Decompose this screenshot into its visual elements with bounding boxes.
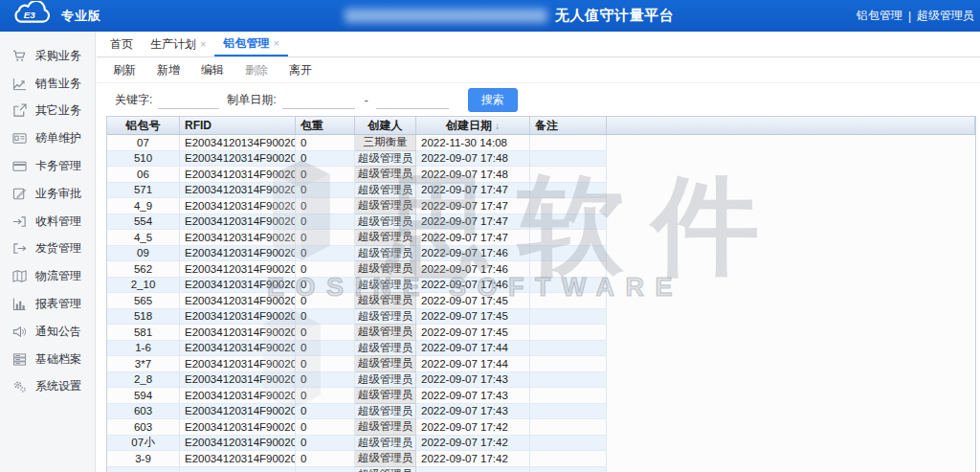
sidebar-item-label: 基础档案 [35,351,81,368]
table-row[interactable]: 超级管理员 [107,467,975,472]
toolbar-button[interactable]: 删除 [245,62,268,79]
column-header[interactable]: 铝包号 [107,117,180,134]
table-row[interactable]: 3*7E20034120314F900202205680超级管理员2022-09… [107,356,975,372]
cell-weight: 0 [296,325,355,341]
row-filler [607,278,975,294]
column-header[interactable]: 备注 [530,117,607,134]
row-filler [607,419,975,436]
date-to-input[interactable] [376,91,449,109]
table-row[interactable]: 06E20034120314F900202205040超级管理员2022-09-… [107,167,975,183]
table-row[interactable]: 603E20034120314F900202206030超级管理员2022-09… [107,419,975,436]
table-row[interactable]: 571E20034120314F900202205710超级管理员2022-09… [107,183,975,199]
cell-date: 2022-09-07 17:47 [416,183,530,199]
cell-weight: 0 [296,278,355,294]
cell-creator: 三期衡量 [355,135,416,151]
row-filler [607,388,975,404]
date-from-input[interactable] [282,91,355,109]
toolbar-button[interactable]: 编辑 [201,62,224,79]
table-row[interactable]: 603E20034120314F900202206030超级管理员2022-09… [107,404,975,420]
cell-note [530,388,607,404]
keyword-input[interactable] [158,91,219,109]
table-row[interactable]: 594E20034120314F900202205940超级管理员2022-09… [107,388,975,404]
table-row[interactable]: 565E20034120314F900202205650超级管理员2022-09… [107,293,975,309]
table-row[interactable]: 07E20034120134F900202200050三期衡量2022-11-3… [107,135,975,151]
column-header[interactable]: RFID [180,117,296,134]
table-row[interactable]: 4_5E20034120314F900202205150超级管理员2022-09… [107,230,975,246]
tab-item[interactable]: 生产计划× [142,32,214,56]
cell-rfid: E20034120314F90020220562 [180,261,296,278]
tab-item[interactable]: 铝包管理× [214,32,287,56]
cell-note [530,246,607,262]
table-row[interactable]: 581E20034120314F900202205810超级管理员2022-09… [107,325,975,341]
sidebar-item[interactable]: 其它业务 [0,98,95,125]
column-header[interactable]: 创建日期↓ [416,117,530,134]
sidebar-item[interactable]: 发货管理 [0,236,95,263]
table-row[interactable]: 09E20034120314F900202206020超级管理员2022-09-… [107,246,975,262]
cell-note [530,309,607,326]
close-icon[interactable]: × [273,37,278,49]
table-row[interactable]: 2_10E20034120314F900202205340超级管理员2022-0… [107,278,975,294]
cell-date: 2022-09-07 17:42 [416,436,530,452]
cell-creator: 超级管理员 [355,214,416,231]
search-button[interactable]: 搜索 [468,88,518,112]
table-row[interactable]: 07小E20034120314F900202205390超级管理员2022-09… [107,436,975,452]
sidebar-item[interactable]: 卡务管理 [0,152,95,180]
table-row[interactable]: 518E20034120314F900202205180超级管理员2022-09… [107,309,975,326]
toolbar-button[interactable]: 新增 [157,62,180,79]
table-row[interactable]: 4_9E20034120314F900202205120超级管理员2022-09… [107,198,975,214]
cell-note [530,451,607,467]
sidebar-item-label: 物流管理 [35,268,81,284]
cell-note [530,183,607,199]
column-header[interactable]: 包重 [296,117,355,134]
column-header-filler [607,117,975,134]
cell-rfid: E20034120314F90020220534 [180,278,296,294]
tab-label: 铝包管理 [223,35,269,52]
sidebar-item[interactable]: 收料管理 [0,208,95,236]
cell-package-no: 4_9 [107,198,180,214]
row-filler [607,198,975,214]
cell-creator: 超级管理员 [355,388,416,404]
cell-weight: 0 [296,309,355,326]
cell-weight: 0 [296,404,355,420]
edit-icon [12,187,27,201]
cell-package-no: 2_8 [107,372,180,389]
close-icon[interactable]: × [200,38,206,50]
cell-weight: 0 [296,293,355,309]
sidebar-item[interactable]: 通知公告 [0,318,95,346]
cell-note [530,167,607,183]
sidebar-item[interactable]: 采购业务 [0,42,95,70]
table-row[interactable]: 554E20034120314F900202205540超级管理员2022-09… [107,214,975,231]
nav-module-link[interactable]: 铝包管理 [857,8,902,24]
sidebar-item[interactable]: 基础档案 [0,346,95,373]
sidebar-item[interactable]: 磅单维护 [0,124,95,152]
cell-weight: 0 [296,436,355,452]
sidebar-item[interactable]: 报表管理 [0,290,95,318]
column-header[interactable]: 创建人 [355,117,416,134]
toolbar-button[interactable]: 刷新 [113,62,136,79]
sidebar-item[interactable]: 物流管理 [0,262,95,290]
nav-user-link[interactable]: 超级管理员 [917,8,974,24]
table-row[interactable]: 510E20034120314F900202205100超级管理员2022-09… [107,151,975,168]
redacted-company-name [345,9,547,23]
table-row[interactable]: 562E20034120314F900202205620超级管理员2022-09… [107,261,975,278]
sidebar-item[interactable]: 业务审批 [0,180,95,208]
id-card-icon [12,131,27,146]
sidebar-item[interactable]: 销售业务 [0,70,95,98]
cell-note [530,135,607,151]
cell-weight: 0 [296,372,355,389]
tab-item[interactable]: 首页 [101,32,142,56]
toolbar-button[interactable]: 离开 [289,62,312,79]
credit-card-icon [12,159,27,173]
sidebar-item[interactable]: 系统设置 [0,373,95,401]
cell-note [530,467,607,472]
cell-note [530,198,607,214]
table-row[interactable]: 2_8E20034120314F900202205730超级管理员2022-09… [107,372,975,389]
cell-rfid: E20034120134F90020220005 [180,135,296,151]
table-row[interactable]: 1-6E20034120314F900202205140超级管理员2022-09… [107,341,975,357]
cell-date: 2022-09-07 17:43 [416,388,530,404]
cell-date: 2022-11-30 14:08 [416,135,530,151]
table-row[interactable]: 3-9E20034120314F900202205980超级管理员2022-09… [107,451,975,467]
sidebar-item-label: 采购业务 [35,48,81,64]
row-filler [607,436,975,452]
cell-weight: 0 [296,246,355,262]
